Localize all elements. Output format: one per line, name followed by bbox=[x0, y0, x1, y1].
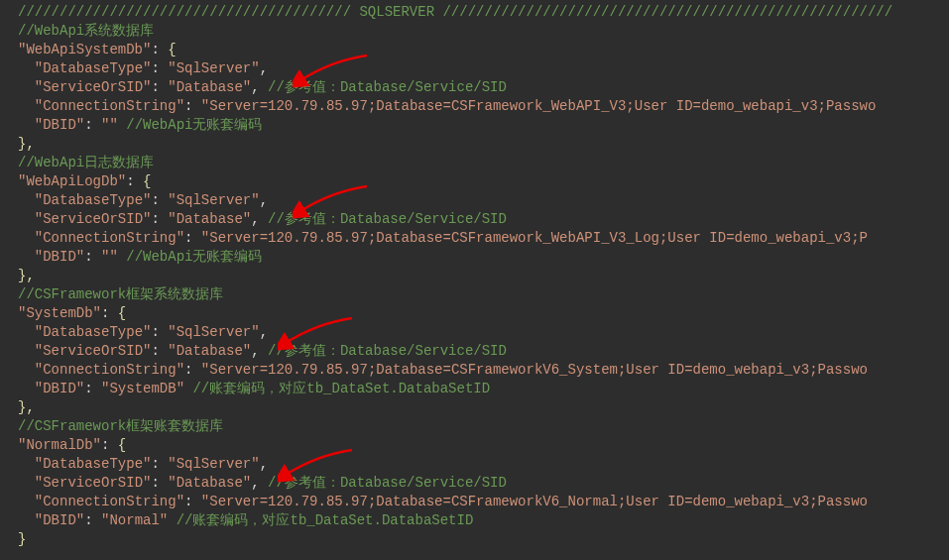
code-line[interactable]: "ServiceOrSID": "Database", //参考值：Databa… bbox=[18, 342, 949, 361]
code-line[interactable]: ////////////////////////////////////////… bbox=[18, 3, 949, 22]
brace: }, bbox=[18, 268, 35, 283]
inline-comment: //参考值：Database/Service/SID bbox=[268, 211, 507, 227]
code-line[interactable]: "ConnectionString": "Server=120.79.85.97… bbox=[18, 493, 949, 511]
code-line[interactable]: }, bbox=[18, 398, 949, 417]
json-value: "SqlServer" bbox=[168, 324, 259, 340]
code-line[interactable]: "ConnectionString": "Server=120.79.85.97… bbox=[18, 97, 949, 116]
code-line[interactable]: "ConnectionString": "Server=120.79.85.97… bbox=[18, 361, 949, 380]
inline-comment: //WebApi无账套编码 bbox=[126, 117, 262, 133]
code-line[interactable]: } bbox=[18, 530, 949, 549]
inline-comment: //参考值：Database/Service/SID bbox=[268, 475, 507, 491]
code-line[interactable]: "DatabaseType": "SqlServer", bbox=[18, 59, 949, 78]
comment-text: //WebApi系统数据库 bbox=[18, 23, 154, 39]
comment-text: //CSFramework框架系统数据库 bbox=[18, 286, 223, 302]
json-value: "SqlServer" bbox=[168, 60, 259, 76]
comment-text: ////////////////////////////////////////… bbox=[18, 4, 892, 20]
json-key: "WebApiLogDb" bbox=[18, 173, 126, 189]
json-key: "DatabaseType" bbox=[35, 324, 152, 340]
code-line[interactable]: "DBID": "SystemDB" //账套编码，对应tb_DataSet.D… bbox=[18, 380, 949, 398]
code-line[interactable]: "ConnectionString": "Server=120.79.85.97… bbox=[18, 229, 949, 248]
json-key: "DatabaseType" bbox=[35, 60, 152, 76]
inline-comment: //WebApi无账套编码 bbox=[126, 249, 262, 265]
code-line[interactable]: //WebApi日志数据库 bbox=[18, 154, 949, 172]
brace: }, bbox=[18, 136, 35, 152]
brace: } bbox=[18, 531, 26, 547]
inline-comment: //参考值：Database/Service/SID bbox=[268, 343, 507, 359]
json-value: "SqlServer" bbox=[168, 192, 259, 208]
code-line[interactable]: "DBID": "" //WebApi无账套编码 bbox=[18, 116, 949, 135]
json-key: "SystemDb" bbox=[18, 305, 101, 321]
brace: { bbox=[168, 42, 176, 57]
json-value: "" bbox=[101, 249, 118, 265]
json-key: "ServiceOrSID" bbox=[35, 343, 152, 359]
code-line[interactable]: "DBID": "" //WebApi无账套编码 bbox=[18, 248, 949, 267]
json-value: "Server=120.79.85.97;Database=CSFramewor… bbox=[201, 494, 868, 509]
brace: { bbox=[118, 437, 126, 453]
json-key: "DatabaseType" bbox=[35, 192, 152, 208]
json-key: "ConnectionString" bbox=[35, 230, 184, 246]
json-value: "SqlServer" bbox=[168, 456, 259, 472]
json-key: "ServiceOrSID" bbox=[35, 211, 152, 227]
json-key: "ConnectionString" bbox=[35, 362, 184, 378]
json-value: "SystemDB" bbox=[101, 381, 184, 396]
brace: { bbox=[118, 305, 126, 321]
code-line[interactable]: "NormalDb": { bbox=[18, 436, 949, 455]
json-key: "DatabaseType" bbox=[35, 456, 152, 472]
brace: }, bbox=[18, 399, 35, 415]
json-value: "Server=120.79.85.97;Database=CSFramewor… bbox=[201, 230, 868, 246]
code-line[interactable]: //CSFramework框架账套数据库 bbox=[18, 417, 949, 436]
json-key: "ConnectionString" bbox=[35, 98, 184, 114]
code-line[interactable]: "ServiceOrSID": "Database", //参考值：Databa… bbox=[18, 474, 949, 493]
json-value: "Database" bbox=[168, 211, 251, 227]
json-value: "Database" bbox=[168, 475, 251, 491]
json-value: "Server=120.79.85.97;Database=CSFramewor… bbox=[201, 362, 868, 378]
json-value: "Server=120.79.85.97;Database=CSFramewor… bbox=[201, 98, 877, 114]
code-line[interactable]: //CSFramework框架系统数据库 bbox=[18, 285, 949, 304]
code-line[interactable]: "ServiceOrSID": "Database", //参考值：Databa… bbox=[18, 210, 949, 229]
json-key: "ServiceOrSID" bbox=[35, 79, 152, 95]
code-editor[interactable]: ////////////////////////////////////////… bbox=[18, 3, 949, 549]
code-line[interactable]: "DatabaseType": "SqlServer", bbox=[18, 455, 949, 474]
json-key: "WebApiSystemDb" bbox=[18, 42, 151, 57]
code-line[interactable]: //WebApi系统数据库 bbox=[18, 22, 949, 41]
comment-text: //CSFramework框架账套数据库 bbox=[18, 418, 223, 434]
json-value: "Normal" bbox=[101, 512, 168, 528]
code-line[interactable]: "DatabaseType": "SqlServer", bbox=[18, 191, 949, 210]
json-key: "ConnectionString" bbox=[35, 494, 184, 509]
code-line[interactable]: "SystemDb": { bbox=[18, 304, 949, 323]
code-line[interactable]: }, bbox=[18, 135, 949, 154]
brace: { bbox=[143, 173, 151, 189]
json-key: "DBID" bbox=[35, 249, 84, 265]
json-value: "Database" bbox=[168, 79, 251, 95]
inline-comment: //账套编码，对应tb_DataSet.DatabaSetID bbox=[192, 381, 490, 396]
code-line[interactable]: "DBID": "Normal" //账套编码，对应tb_DataSet.Dat… bbox=[18, 511, 949, 530]
json-key: "NormalDb" bbox=[18, 437, 101, 453]
code-line[interactable]: "DatabaseType": "SqlServer", bbox=[18, 323, 949, 342]
comment-text: //WebApi日志数据库 bbox=[18, 155, 154, 170]
json-key: "ServiceOrSID" bbox=[35, 475, 152, 491]
json-key: "DBID" bbox=[35, 117, 84, 133]
json-key: "DBID" bbox=[35, 381, 84, 396]
code-line[interactable]: "WebApiSystemDb": { bbox=[18, 41, 949, 59]
code-line[interactable]: "WebApiLogDb": { bbox=[18, 172, 949, 191]
json-value: "Database" bbox=[168, 343, 251, 359]
code-line[interactable]: "ServiceOrSID": "Database", //参考值：Databa… bbox=[18, 78, 949, 97]
code-line[interactable]: }, bbox=[18, 267, 949, 285]
inline-comment: //账套编码，对应tb_DataSet.DatabaSetID bbox=[177, 512, 474, 528]
inline-comment: //参考值：Database/Service/SID bbox=[268, 79, 507, 95]
json-key: "DBID" bbox=[35, 512, 84, 528]
json-value: "" bbox=[101, 117, 118, 133]
